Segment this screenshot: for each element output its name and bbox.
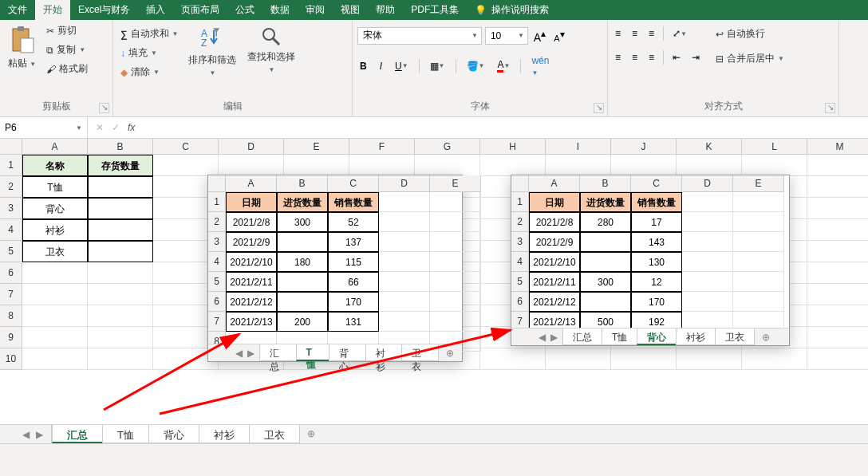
format-painter-button[interactable]: 🖌格式刷	[44, 61, 90, 77]
menu-formulas[interactable]: 公式	[227, 0, 262, 20]
cell[interactable]	[807, 284, 868, 305]
cell[interactable]	[430, 232, 481, 252]
cell[interactable]: 卫衣	[22, 241, 88, 262]
row-header[interactable]: 1	[0, 155, 22, 176]
row-header[interactable]: 6	[511, 292, 529, 312]
cell[interactable]: 2021/2/12	[226, 292, 277, 312]
cell[interactable]: 名称	[22, 155, 88, 176]
cell[interactable]	[430, 312, 481, 332]
paste-button[interactable]: 粘贴 ▼	[5, 22, 39, 70]
cell[interactable]: 进货数量	[580, 192, 631, 212]
select-all-button[interactable]	[208, 175, 226, 192]
row-header[interactable]: 5	[208, 272, 226, 292]
select-all-button[interactable]	[511, 175, 529, 192]
fx-button[interactable]: fx	[128, 122, 135, 133]
cell[interactable]	[379, 212, 430, 232]
italic-button[interactable]: I	[377, 58, 385, 74]
cell[interactable]	[733, 212, 784, 232]
col-header[interactable]: E	[733, 175, 784, 192]
cells[interactable]: 日期进货数量销售数量2021/2/8280172021/2/91432021/2…	[529, 192, 784, 332]
row-header[interactable]: 7	[0, 284, 22, 305]
underline-button[interactable]: U ▼	[393, 58, 411, 74]
cell[interactable]	[807, 327, 868, 348]
sort-filter-button[interactable]: AZ 排序和筛选 ▼	[185, 22, 239, 77]
cell[interactable]	[379, 232, 430, 252]
col-header[interactable]: C	[153, 139, 219, 155]
cell[interactable]	[807, 262, 868, 284]
name-box[interactable]: P6▼	[0, 117, 88, 138]
row-header[interactable]: 2	[511, 212, 529, 232]
cell[interactable]: 300	[277, 212, 328, 232]
cell[interactable]: 2021/2/11	[226, 272, 277, 292]
col-header[interactable]: F	[349, 139, 415, 155]
row-header[interactable]: 2	[0, 176, 22, 198]
cell[interactable]: 137	[328, 232, 379, 252]
cell[interactable]	[430, 292, 481, 312]
alignment-dialog-launcher[interactable]: ↘	[825, 103, 835, 113]
cell[interactable]	[430, 272, 481, 292]
sheet-tab[interactable]: T恤	[602, 328, 637, 345]
cell[interactable]	[277, 232, 328, 252]
cell[interactable]	[682, 252, 733, 272]
row-header[interactable]: 3	[208, 232, 226, 252]
cell[interactable]	[22, 262, 88, 284]
row-header[interactable]: 10	[0, 348, 22, 370]
cell[interactable]: 66	[328, 272, 379, 292]
cell[interactable]	[480, 348, 546, 370]
cell[interactable]	[546, 348, 611, 370]
new-sheet-button[interactable]: ⊕	[754, 328, 778, 345]
find-select-button[interactable]: 查找和选择 ▼	[244, 22, 298, 73]
col-header[interactable]: K	[677, 139, 742, 155]
cell[interactable]: 进货数量	[277, 192, 328, 212]
cell[interactable]	[733, 192, 784, 212]
cell[interactable]	[379, 312, 430, 332]
cell[interactable]	[733, 252, 784, 272]
font-dialog-launcher[interactable]: ↘	[594, 103, 604, 113]
cell[interactable]	[349, 155, 415, 176]
cell[interactable]	[88, 327, 153, 348]
sheet-tab[interactable]: T恤	[102, 425, 149, 443]
tab-nav-next[interactable]: ▶	[550, 332, 558, 343]
sheet-tab[interactable]: 卫衣	[249, 425, 300, 443]
cell[interactable]	[430, 212, 481, 232]
sheet-tab[interactable]: T恤	[296, 344, 330, 361]
sheet-tab[interactable]: 汇总	[259, 344, 297, 361]
tab-nav-prev[interactable]: ◀	[539, 332, 546, 343]
cell[interactable]	[88, 284, 153, 305]
cell[interactable]	[742, 348, 807, 370]
row-header[interactable]: 1	[208, 192, 226, 212]
font-color-button[interactable]: A ▼	[495, 57, 512, 75]
row-header[interactable]: 4	[511, 252, 529, 272]
cell[interactable]: 背心	[22, 198, 88, 219]
sheet-tab[interactable]: 背心	[329, 344, 366, 361]
cell[interactable]: 200	[277, 312, 328, 332]
align-left-button[interactable]: ≡	[613, 49, 623, 65]
sheet-tab[interactable]: 卫衣	[715, 328, 755, 345]
phonetic-button[interactable]: wén▼	[529, 53, 551, 80]
cell[interactable]	[430, 252, 481, 272]
row-header[interactable]: 8	[0, 305, 22, 327]
col-headers[interactable]: ABCDE	[529, 175, 784, 192]
cell[interactable]: 170	[631, 292, 682, 312]
cell[interactable]	[22, 348, 88, 370]
cell[interactable]: 280	[580, 212, 631, 232]
col-header[interactable]: B	[580, 175, 631, 192]
row-header[interactable]: 4	[208, 252, 226, 272]
cell[interactable]	[88, 198, 153, 219]
cell[interactable]	[611, 155, 677, 176]
cell[interactable]	[284, 155, 349, 176]
col-header[interactable]: M	[807, 139, 868, 155]
sheet-tab[interactable]: 背心	[148, 425, 199, 443]
cell[interactable]: 日期	[226, 192, 277, 212]
row-header[interactable]: 5	[0, 241, 22, 262]
cell[interactable]: 131	[328, 312, 379, 332]
col-header[interactable]: H	[480, 139, 546, 155]
clipboard-dialog-launcher[interactable]: ↘	[99, 103, 109, 113]
cell[interactable]	[807, 219, 868, 241]
cell[interactable]	[88, 348, 153, 370]
menu-data[interactable]: 数据	[262, 0, 298, 20]
cell[interactable]: 销售数量	[631, 192, 682, 212]
col-header[interactable]: D	[219, 139, 284, 155]
col-header[interactable]: A	[529, 175, 580, 192]
cell[interactable]	[379, 272, 430, 292]
